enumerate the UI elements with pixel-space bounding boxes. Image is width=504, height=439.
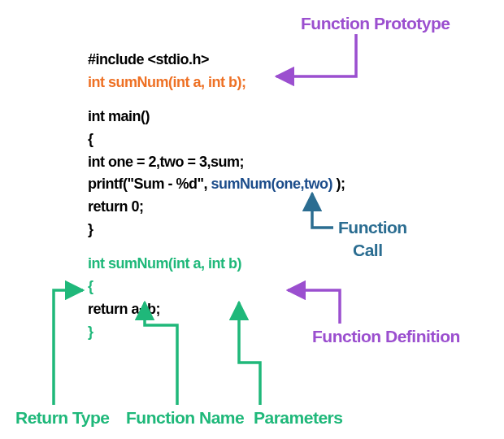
label-prototype: Function Prototype <box>301 14 450 33</box>
label-function-name: Function Name <box>126 408 244 428</box>
code-decl: int one = 2,two = 3,sum; <box>88 151 345 174</box>
arrow-return-type <box>54 290 83 405</box>
code-def-open: { <box>88 276 345 298</box>
label-return-type: Return Type <box>15 408 109 428</box>
label-parameters: Parameters <box>254 408 342 428</box>
label-call-a: Function <box>338 218 407 237</box>
code-brace-close: } <box>88 219 345 241</box>
code-printf-pre: printf("Sum - %d", <box>88 176 211 192</box>
code-return0: return 0; <box>88 196 345 219</box>
code-main-sig: int main() <box>88 106 345 128</box>
code-include: #include <stdio.h> <box>88 49 345 72</box>
label-definition: Function Definition <box>312 327 460 346</box>
code-def-sig: int sumNum(int a, int b) <box>88 253 345 276</box>
code-call: sumNum(one,two) <box>211 176 333 192</box>
code-prototype: int sumNum(int a, int b); <box>88 72 345 94</box>
code-printf: printf("Sum - %d", sumNum(one,two) ); <box>88 173 345 196</box>
code-block: #include <stdio.h> int sumNum(int a, int… <box>88 49 345 344</box>
code-brace-open: { <box>88 128 345 151</box>
label-call-b: Call <box>353 241 383 260</box>
code-def-close: } <box>88 321 345 344</box>
code-return-expr: return a+b; <box>88 298 345 321</box>
code-printf-post: ); <box>332 176 345 192</box>
